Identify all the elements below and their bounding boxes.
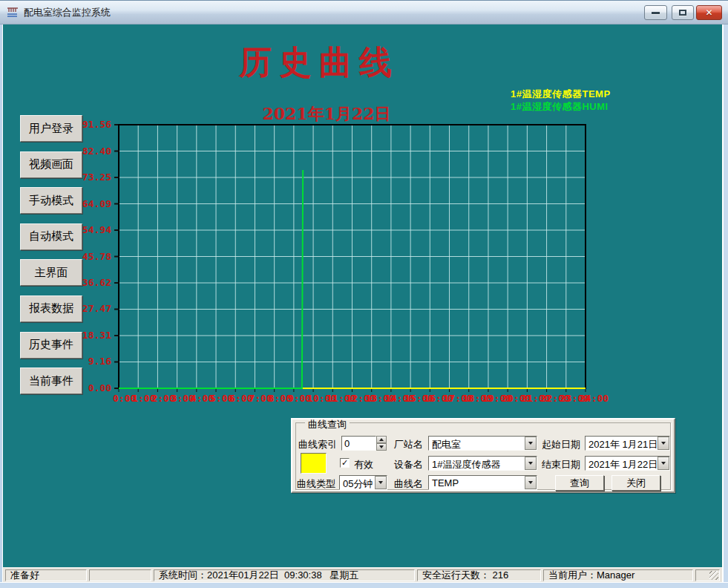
status-ready: 准备好 [5,569,87,581]
end-date-picker[interactable]: 2021年 1月22日 [585,456,670,471]
curve-name-label: 曲线名 [394,477,423,491]
station-dropdown-button[interactable] [525,437,537,450]
curve-type-value: 05分钟 [343,477,373,491]
svg-text:18.31: 18.31 [82,330,111,341]
sidebar-item-manual-mode[interactable]: 手动模式 [20,187,82,214]
sidebar-menu: 用户登录视频画面手动模式自动模式主界面报表数据历史事件当前事件 [20,115,82,394]
history-chart: 91.5682.4073.2564.0954.9445.7836.6227.47… [74,111,616,416]
sidebar-item-report-data[interactable]: 报表数据 [20,295,82,322]
page-title: 历史曲线 [156,41,482,85]
curve-type-label: 曲线类型 [297,477,335,491]
curve-type-select[interactable]: 05分钟 [339,475,387,490]
sidebar-item-main-screen[interactable]: 主界面 [20,259,82,286]
chart-legend: 1#温湿度传感器TEMP1#温湿度传感器HUMI [511,88,611,113]
status-current-user: 当前用户：Manager [543,569,693,581]
start-date-picker[interactable]: 2021年 1月21日 [585,436,670,451]
window-frame-right [722,24,728,582]
svg-text:0.00: 0.00 [88,382,111,393]
title-bar: 配电室综合监控系统 ✕ [0,0,728,24]
minimize-icon [652,12,660,14]
arrow-down-icon [379,445,384,448]
svg-text:45.78: 45.78 [82,251,111,262]
status-bar: 准备好 系统时间：2021年01月22日 09:30:38 星期五 安全运行天数… [3,567,722,582]
valid-label: 有效 [354,458,373,471]
station-label: 厂站名 [394,438,423,451]
status-system-time: 系统时间：2021年01月22日 09:30:38 星期五 [154,569,415,581]
arrow-up-icon [379,438,384,441]
start-date-value: 2021年 1月21日 [588,438,658,451]
end-date-label: 结束日期 [542,458,580,471]
status-safe-days: 安全运行天数： 216 [417,569,541,581]
curve-color-swatch[interactable] [301,453,327,474]
end-date-value: 2021年 1月22日 [588,458,658,471]
start-date-label: 起始日期 [542,438,580,451]
start-date-dropdown-button[interactable] [658,437,669,450]
end-date-dropdown-button[interactable] [658,457,669,470]
svg-text:73.25: 73.25 [82,172,111,183]
svg-text:82.40: 82.40 [82,146,111,157]
device-value: 1#温湿度传感器 [432,458,500,471]
svg-text:91.56: 91.56 [82,119,111,130]
spin-up-button[interactable] [376,436,387,443]
close-button[interactable]: ✕ [696,5,722,20]
curve-index-label: 曲线索引 [298,438,337,451]
legend-item: 1#温湿度传感器TEMP [511,88,611,100]
query-button[interactable]: 查询 [555,475,604,491]
device-select[interactable]: 1#温湿度传感器 [428,456,537,471]
svg-text:36.62: 36.62 [82,277,111,288]
close-icon: ✕ [705,8,712,17]
spin-down-button[interactable] [376,443,387,451]
curve-type-dropdown-button[interactable] [375,476,387,489]
curve-index-stepper [376,436,387,451]
chevron-down-icon [661,442,666,445]
app-window: 配电室综合监控系统 ✕ 历史曲线 2021年1月22日 1#温湿度传感器TEMP… [0,0,728,588]
chevron-down-icon [378,481,383,484]
sidebar-item-current-events[interactable]: 当前事件 [20,368,82,394]
maximize-button[interactable] [672,5,694,20]
window-frame-bottom [0,582,728,588]
maximize-icon [679,10,686,16]
curve-query-panel: 曲线查询 曲线索引 厂站名 配电室 起始日期 2021年 1月21日 ✓ 有效 … [291,418,675,493]
minimize-button[interactable] [644,5,667,20]
svg-text:54.94: 54.94 [82,224,111,235]
svg-text:24:00: 24:00 [580,393,609,404]
curve-name-dropdown-button[interactable] [525,476,537,489]
curve-name-select[interactable]: TEMP [428,475,537,490]
svg-text:64.09: 64.09 [82,198,111,209]
sidebar-item-history-events[interactable]: 历史事件 [20,332,82,359]
device-label: 设备名 [394,458,423,471]
device-dropdown-button[interactable] [525,457,537,470]
window-title: 配电室综合监控系统 [24,1,111,24]
status-blank [89,569,151,581]
chevron-down-icon [528,462,533,465]
resize-grip[interactable] [695,569,720,581]
sidebar-item-auto-mode[interactable]: 自动模式 [20,223,82,250]
svg-text:27.47: 27.47 [82,303,111,314]
sidebar-item-user-login[interactable]: 用户登录 [20,115,82,142]
groupbox-title: 曲线查询 [305,420,350,428]
curve-name-value: TEMP [432,477,459,489]
station-value: 配电室 [432,438,461,451]
app-icon [7,7,19,19]
chevron-down-icon [661,462,666,465]
chevron-down-icon [528,481,533,484]
curve-index-input[interactable] [341,436,376,451]
chevron-down-icon [528,442,533,445]
svg-text:9.16: 9.16 [88,356,111,367]
client-area: 历史曲线 2021年1月22日 1#温湿度传感器TEMP1#温湿度传感器HUMI… [3,24,722,567]
station-select[interactable]: 配电室 [428,436,537,451]
sidebar-item-video-view[interactable]: 视频画面 [20,151,82,178]
history-chart-svg: 91.5682.4073.2564.0954.9445.7836.6227.47… [74,111,616,416]
valid-checkbox[interactable]: ✓ [340,458,350,468]
panel-close-button[interactable]: 关闭 [611,475,660,491]
